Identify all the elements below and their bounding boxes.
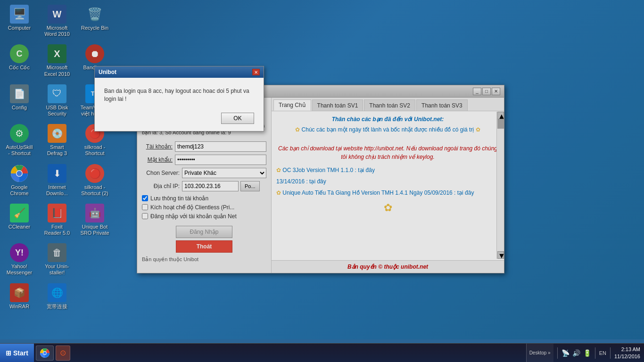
taskbar-right: Desktop » 📡 🔊 🔋 EN 2:13 AM 11/12/2016	[522, 344, 644, 362]
modal-close-button[interactable]: ✕	[252, 69, 260, 75]
taskbar-sep-1	[557, 347, 558, 359]
modal-buttons: OK	[104, 113, 254, 124]
svg-point-7	[43, 351, 46, 354]
date-display: 11/12/2016	[614, 353, 640, 360]
taskbar-sep-3	[610, 347, 611, 359]
ubuntu-icon: ⊙	[60, 348, 66, 357]
time-display: 2:13 AM	[614, 346, 640, 353]
modal-body: Ban da login qua 8 acc, hay logout acc h…	[95, 78, 264, 131]
modal-title: Unibot	[99, 69, 116, 75]
desktop: 🖥️ Computer W Microsoft Word 2010 🗑️ Rec…	[0, 0, 644, 339]
modal-overlay: Unibot ✕ Ban da login qua 8 acc, hay log…	[0, 0, 644, 339]
network-tray-icon: 📡	[561, 349, 570, 357]
start-label: Start	[13, 349, 28, 357]
modal-titlebar: Unibot ✕	[95, 66, 264, 78]
start-icon: ⊞	[6, 349, 11, 357]
taskbar-clock: 2:13 AM 11/12/2016	[614, 346, 640, 360]
taskbar-chrome-icon	[40, 348, 50, 358]
taskbar-chrome[interactable]	[36, 346, 54, 361]
taskbar: ⊞ Start ⊙ Desktop » 📡 🔊 🔋 EN 2:13 AM	[0, 343, 644, 362]
sys-tray: 📡 🔊 🔋	[561, 349, 591, 357]
taskbar-ubuntu[interactable]: ⊙	[56, 346, 70, 361]
desktop-button[interactable]: Desktop »	[526, 344, 553, 362]
modal-message: Ban da login qua 8 acc, hay logout acc h…	[104, 87, 254, 103]
volume-tray-icon: 🔊	[572, 349, 580, 357]
language-indicator: EN	[599, 350, 606, 356]
ok-button[interactable]: OK	[221, 113, 254, 124]
taskbar-sep-2	[595, 347, 595, 359]
modal-dialog: Unibot ✕ Ban da login qua 8 acc, hay log…	[94, 66, 264, 132]
start-button[interactable]: ⊞ Start	[0, 344, 34, 362]
battery-tray-icon: 🔋	[583, 349, 591, 357]
